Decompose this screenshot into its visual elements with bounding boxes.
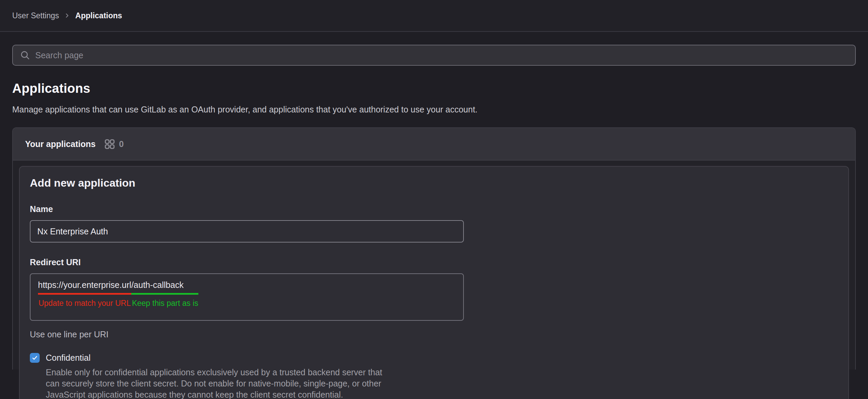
redirect-uri-label: Redirect URI xyxy=(30,257,838,267)
uri-segment-host: https://your.enterprise.url xyxy=(38,280,131,295)
confidential-help-line: JavaScript applications because they can… xyxy=(46,389,838,399)
page-description: Manage applications that can use GitLab … xyxy=(12,105,856,114)
main-content: Applications Manage applications that ca… xyxy=(0,45,868,370)
confidential-help-line: Enable only for confidential application… xyxy=(46,367,838,378)
breadcrumb-user-settings[interactable]: User Settings xyxy=(12,11,59,20)
section-header: Your applications 0 xyxy=(13,128,855,161)
uri-segment-path: /auth-callback xyxy=(131,280,198,295)
confidential-checkbox[interactable] xyxy=(30,353,40,363)
breadcrumb-applications: Applications xyxy=(75,11,122,20)
page-title: Applications xyxy=(12,81,856,96)
name-input[interactable] xyxy=(30,220,464,243)
confidential-help-text: Enable only for confidential application… xyxy=(46,367,838,399)
confidential-help-line: can securely store the client secret. Do… xyxy=(46,378,838,389)
applications-section: Your applications 0 Add new application … xyxy=(12,127,856,370)
search-box xyxy=(12,45,856,66)
breadcrumb: User Settings Applications xyxy=(12,11,122,20)
uri-help-text: Use one line per URI xyxy=(30,330,838,339)
uri-host-column: https://your.enterprise.url Update to ma… xyxy=(38,280,131,308)
chevron-right-icon xyxy=(64,12,71,19)
confidential-row: Confidential xyxy=(30,353,838,363)
redirect-uri-value: https://your.enterprise.url Update to ma… xyxy=(38,280,198,308)
redirect-uri-textarea[interactable]: https://your.enterprise.url Update to ma… xyxy=(30,273,464,321)
checkmark-icon xyxy=(32,355,38,361)
section-title: Your applications xyxy=(25,139,96,149)
add-application-card: Add new application Name Redirect URI ht… xyxy=(19,166,849,399)
applications-settings-page: User Settings Applications Applications … xyxy=(0,0,868,399)
uri-path-column: /auth-callback Keep this part as is xyxy=(131,280,198,308)
name-label: Name xyxy=(30,204,838,214)
top-bar: User Settings Applications xyxy=(0,0,868,32)
annotation-keep-part: Keep this part as is xyxy=(131,299,198,308)
annotation-update-url: Update to match your URL xyxy=(38,299,131,308)
search-input[interactable] xyxy=(35,50,442,60)
applications-grid-icon xyxy=(104,139,115,149)
confidential-label[interactable]: Confidential xyxy=(46,353,91,363)
section-body: Add new application Name Redirect URI ht… xyxy=(13,161,855,399)
card-title: Add new application xyxy=(30,177,838,189)
applications-count: 0 xyxy=(119,139,124,149)
search-icon xyxy=(20,50,30,60)
